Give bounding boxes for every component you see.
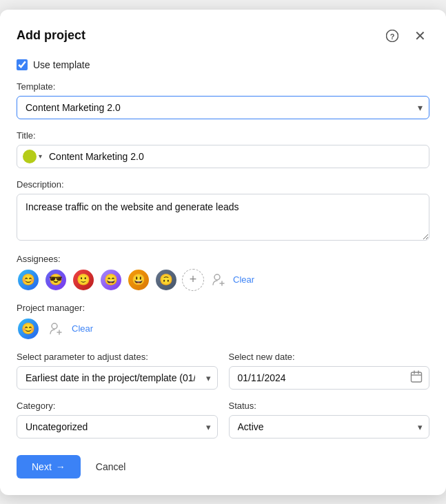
project-manager-label: Project manager: — [17, 303, 429, 313]
status-field: Status: Active Inactive Archived ▾ — [229, 401, 430, 439]
next-label: Next — [32, 461, 52, 472]
modal-title: Add project — [17, 28, 85, 43]
description-label: Description: — [17, 179, 429, 190]
modal-header: Add project ? ✕ — [17, 26, 429, 46]
new-date-label: Select new date: — [229, 352, 430, 362]
svg-point-3 — [52, 323, 57, 329]
date-adjust-select-wrapper: Earliest date in the project/template (0… — [17, 366, 218, 390]
avatar-face: 😄 — [104, 273, 118, 286]
status-label: Status: — [229, 401, 430, 411]
category-select-wrapper: Uncategorized Marketing Engineering Sale… — [17, 415, 218, 439]
new-date-field: Select new date: — [229, 352, 430, 390]
template-field: Template: Content Marketing 2.0 Product … — [17, 81, 429, 119]
svg-point-2 — [214, 274, 220, 280]
color-dot-wrapper[interactable]: ▾ — [23, 150, 42, 163]
cancel-button[interactable]: Cancel — [89, 455, 133, 478]
use-template-row: Use template — [17, 59, 429, 70]
date-adjust-label: Select parameter to adjust dates: — [17, 352, 218, 362]
avatar: 😊 — [17, 268, 40, 292]
assignees-field: Assignees: 😊 😎 🙂 😄 😃 🙃 + — [17, 254, 429, 292]
pm-avatar: 😊 — [17, 317, 40, 341]
title-field: Title: ▾ — [17, 130, 429, 168]
avatar-face: 🙂 — [77, 273, 90, 286]
title-input-row: ▾ — [17, 145, 429, 168]
svg-text:?: ? — [390, 32, 395, 40]
assignees-clear-button[interactable]: Clear — [233, 274, 254, 285]
description-textarea[interactable]: Increase traffic on the website and gene… — [17, 194, 429, 241]
use-template-checkbox[interactable] — [17, 59, 28, 70]
add-assignee-button[interactable]: + — [182, 269, 204, 291]
avatar-face: 🙃 — [159, 273, 173, 286]
category-select[interactable]: Uncategorized Marketing Engineering Sale… — [17, 415, 218, 439]
close-icon: ✕ — [414, 28, 426, 44]
date-adjust-field: Select parameter to adjust dates: Earlie… — [17, 352, 218, 390]
pm-row: 😊 Clear — [17, 317, 429, 341]
avatar: 🙂 — [72, 268, 95, 292]
pm-avatar-face: 😊 — [21, 322, 35, 335]
pm-add-user-icon — [45, 319, 66, 339]
category-field: Category: Uncategorized Marketing Engine… — [17, 401, 218, 439]
avatar: 😄 — [99, 268, 123, 292]
description-field: Description: Increase traffic on the web… — [17, 179, 429, 243]
category-status-row: Category: Uncategorized Marketing Engine… — [17, 401, 429, 439]
pm-clear-button[interactable]: Clear — [72, 323, 93, 334]
next-button[interactable]: Next → — [17, 455, 81, 478]
new-date-input-wrapper — [229, 366, 430, 390]
new-date-input[interactable] — [229, 366, 430, 390]
use-template-label: Use template — [33, 59, 90, 70]
modal-footer: Next → Cancel — [17, 455, 429, 478]
close-button[interactable]: ✕ — [410, 26, 429, 46]
avatar: 😃 — [127, 268, 150, 292]
avatar: 😎 — [44, 268, 68, 292]
avatar-face: 😊 — [21, 273, 35, 286]
date-adjust-select[interactable]: Earliest date in the project/template (0… — [17, 366, 218, 390]
template-select-wrapper: Content Marketing 2.0 Product Launch Bra… — [17, 96, 429, 119]
category-label: Category: — [17, 401, 218, 411]
avatar: 🙃 — [154, 268, 178, 292]
assignees-label: Assignees: — [17, 254, 429, 264]
color-dot-chevron-icon: ▾ — [39, 152, 42, 160]
arrow-right-icon: → — [56, 461, 65, 472]
template-label: Template: — [17, 81, 429, 92]
title-label: Title: — [17, 130, 429, 141]
avatar-face: 😎 — [49, 273, 63, 286]
date-row: Select parameter to adjust dates: Earlie… — [17, 352, 429, 390]
add-user-icon — [208, 270, 229, 290]
color-dot — [23, 150, 37, 163]
status-select[interactable]: Active Inactive Archived — [229, 415, 430, 439]
project-manager-field: Project manager: 😊 Clear — [17, 303, 429, 341]
help-button[interactable]: ? — [383, 26, 402, 46]
assignees-row: 😊 😎 🙂 😄 😃 🙃 + — [17, 268, 429, 292]
modal-header-icons: ? ✕ — [383, 26, 429, 46]
title-input[interactable] — [46, 148, 423, 165]
avatar-face: 😃 — [132, 273, 145, 286]
add-project-modal: Add project ? ✕ Use template Template: C… — [0, 10, 446, 495]
template-select[interactable]: Content Marketing 2.0 Product Launch Bra… — [17, 96, 429, 119]
status-select-wrapper: Active Inactive Archived ▾ — [229, 415, 430, 439]
